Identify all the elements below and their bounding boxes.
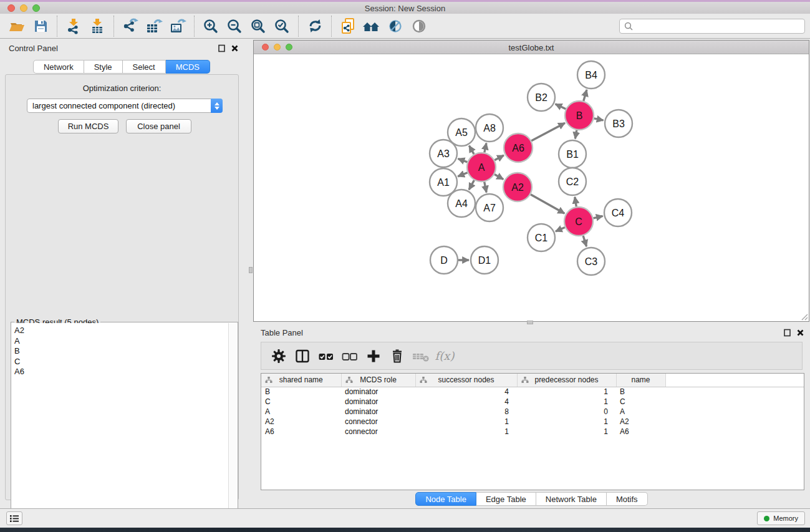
cell-predecessor-nodes[interactable]: 1 [517,417,616,427]
result-item-a[interactable]: A [12,336,228,347]
close-table-panel-icon[interactable] [797,329,804,336]
graph-node-B[interactable]: B [565,101,594,130]
tab-select[interactable]: Select [123,60,166,74]
cell-MCDS-role[interactable]: dominator [341,407,415,417]
table-row[interactable]: A6connector11A6 [261,427,804,437]
cell-shared-name[interactable]: A2 [261,417,341,427]
edge-A-A2[interactable] [494,175,503,180]
birds-eye-view-icon[interactable] [407,16,431,37]
result-item-a6[interactable]: A6 [12,367,228,377]
graph-node-A[interactable]: A [467,153,496,181]
float-panel-icon[interactable] [218,44,225,52]
table-row[interactable]: Adominator80A [261,407,804,417]
graph-node-A4[interactable]: A4 [448,190,475,217]
export-table-icon[interactable] [142,16,166,37]
column-header-shared-name[interactable]: shared name [261,374,341,387]
float-table-panel-icon[interactable] [784,329,791,337]
column-header-successor-nodes[interactable]: successor nodes [415,374,517,387]
cell-name[interactable]: A [616,407,665,417]
edge-A-A5[interactable] [469,146,474,154]
tab-network-table[interactable]: Network Table [536,492,607,506]
cell-name[interactable]: A2 [616,417,665,427]
search-box[interactable] [619,19,805,34]
cell-name[interactable]: C [616,397,665,407]
edge-B-B3[interactable] [594,118,604,120]
search-input[interactable] [636,21,800,31]
column-view-icon[interactable] [292,346,312,366]
graph-node-B1[interactable]: B1 [559,140,586,168]
import-network-icon[interactable] [62,16,85,37]
cell-successor-nodes[interactable]: 1 [415,417,517,427]
table-row[interactable]: A2connector11A2 [261,417,804,427]
cell-MCDS-role[interactable]: dominator [341,387,415,397]
edge-B-B1[interactable] [575,130,576,139]
edge-A-A1[interactable] [458,173,467,177]
table-settings-gear-icon[interactable] [269,346,289,366]
zoom-fit-icon[interactable] [246,16,270,37]
cell-name[interactable]: A6 [616,427,665,437]
close-panel-button[interactable]: Close panel [126,119,191,133]
close-panel-icon[interactable] [231,45,238,52]
edge-C-C3[interactable] [583,236,586,246]
clone-network-icon[interactable] [336,16,360,37]
edge-A-A8[interactable] [485,143,486,152]
cell-shared-name[interactable]: A6 [261,427,341,437]
cell-MCDS-role[interactable]: connector [341,417,415,427]
task-history-button[interactable] [6,511,22,525]
select-all-icon[interactable] [316,346,336,366]
tab-style[interactable]: Style [84,60,123,74]
graph-node-B2[interactable]: B2 [528,84,555,111]
cell-predecessor-nodes[interactable]: 1 [517,387,616,397]
edge-A2-C[interactable] [531,195,564,214]
result-list-scrollbar[interactable] [228,323,237,532]
vertical-splitter-handle[interactable] [249,267,253,273]
cell-successor-nodes[interactable]: 8 [415,407,517,417]
cell-MCDS-role[interactable]: dominator [341,397,415,407]
mcds-result-list[interactable]: A2ABCA6 [12,323,228,532]
graph-node-C1[interactable]: C1 [528,224,555,251]
graph-node-C4[interactable]: C4 [604,199,632,226]
cell-MCDS-role[interactable]: connector [341,427,415,437]
edge-A-A7[interactable] [485,182,486,193]
result-item-b[interactable]: B [12,346,228,357]
memory-button[interactable]: Memory [757,511,805,525]
tab-edge-table[interactable]: Edge Table [476,492,536,506]
run-mcds-button[interactable]: Run MCDS [58,119,118,133]
node-table[interactable]: shared nameMCDS rolesuccessor nodesprede… [261,373,804,490]
edge-A-A3[interactable] [458,158,468,162]
edge-C-C2[interactable] [575,197,576,207]
save-session-icon[interactable] [29,16,52,37]
edge-B-B4[interactable] [584,90,587,101]
edge-B-B2[interactable] [556,104,566,109]
graph-node-C3[interactable]: C3 [577,248,605,275]
cell-predecessor-nodes[interactable]: 1 [517,397,616,407]
table-row[interactable]: Cdominator41C [261,397,804,407]
cell-predecessor-nodes[interactable]: 0 [517,407,616,417]
cell-successor-nodes[interactable]: 1 [415,427,517,437]
deselect-all-icon[interactable] [340,346,360,366]
delete-column-icon[interactable] [387,346,407,366]
cell-shared-name[interactable]: A [261,407,341,417]
cell-successor-nodes[interactable]: 4 [415,387,517,397]
graph-node-C2[interactable]: C2 [559,168,586,195]
window-resize-grip[interactable] [800,312,808,321]
graph-node-A2[interactable]: A2 [503,173,532,201]
edge-C-C4[interactable] [593,216,602,218]
export-image-icon[interactable] [166,16,190,37]
edge-A-A4[interactable] [469,180,474,190]
cell-name[interactable]: B [616,387,665,397]
tab-motifs[interactable]: Motifs [607,492,648,506]
result-item-c[interactable]: C [12,357,228,367]
zoom-in-icon[interactable] [199,16,223,37]
function-builder-icon[interactable]: f(x) [435,346,455,366]
import-table-icon[interactable] [85,16,109,37]
optimization-criterion-dropdown[interactable]: largest connected component (directed) [27,99,223,113]
home-view-icon[interactable] [360,16,383,37]
export-network-icon[interactable] [118,16,142,37]
add-column-icon[interactable] [364,346,383,366]
open-session-icon[interactable] [5,16,29,37]
column-header-MCDS-role[interactable]: MCDS role [341,374,415,387]
graph-node-C[interactable]: C [564,207,593,236]
graph-node-A8[interactable]: A8 [476,114,503,142]
graph-node-B4[interactable]: B4 [577,61,605,89]
